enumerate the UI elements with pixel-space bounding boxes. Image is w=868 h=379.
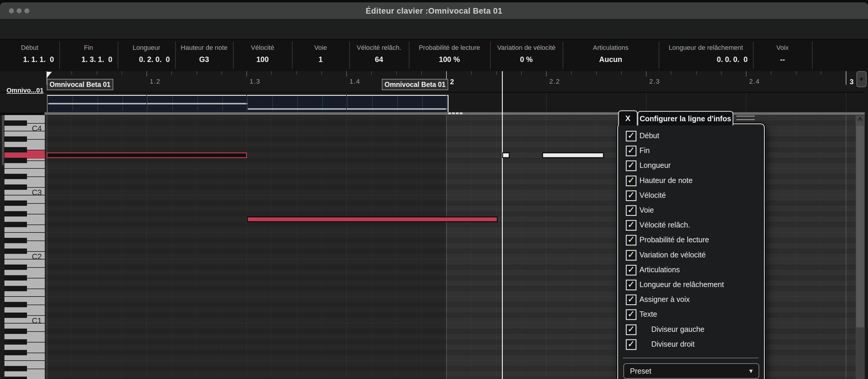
ruler-tick — [721, 71, 721, 75]
preset-dropdown[interactable]: Preset ▼ — [623, 363, 759, 379]
part-overview[interactable] — [46, 95, 448, 113]
popup-handle-line — [736, 119, 755, 120]
splitter-dots[interactable] — [456, 112, 459, 114]
info-field-value[interactable]: 1 — [292, 55, 349, 64]
bar-line — [846, 115, 846, 379]
key-separator — [4, 168, 45, 169]
key-separator — [27, 139, 45, 140]
ruler-label: 2.3 — [649, 78, 660, 85]
info-field-value[interactable]: 0. 2. 0. 0 — [118, 55, 170, 64]
overview-beat-line — [646, 92, 647, 113]
black-key[interactable] — [4, 147, 27, 152]
black-key[interactable] — [4, 238, 27, 243]
black-key[interactable] — [4, 328, 27, 334]
info-field-value[interactable]: 100 — [233, 55, 292, 64]
track-name[interactable]: Omnivo...01 — [6, 87, 43, 94]
checkbox-diviseur-droit[interactable]: ✓ — [626, 339, 637, 350]
checkbox-hauteur-de-note[interactable]: ✓ — [626, 176, 637, 186]
black-key[interactable] — [4, 265, 27, 270]
note-g3-selected[interactable] — [46, 152, 247, 158]
ruler-tick — [696, 71, 696, 75]
black-key[interactable] — [4, 174, 27, 179]
popup-close-button[interactable]: X — [618, 110, 638, 125]
info-field-value[interactable]: Aucun — [563, 55, 659, 64]
checkbox-texte[interactable]: ✓ — [626, 309, 637, 320]
info-field-value[interactable]: 1. 1. 1. 0 — [0, 55, 54, 64]
black-key[interactable] — [4, 313, 27, 318]
black-key[interactable] — [4, 249, 27, 254]
black-key[interactable] — [4, 350, 27, 355]
splitter-dots[interactable] — [448, 112, 451, 114]
checkbox-longueur[interactable]: ✓ — [626, 161, 637, 171]
checkbox-articulations[interactable]: ✓ — [626, 265, 637, 275]
black-key[interactable] — [4, 222, 27, 227]
checkbox-probabilit-de-lecture[interactable]: ✓ — [626, 235, 637, 245]
part-name-label[interactable]: Omnivocal Beta 01 — [47, 79, 113, 90]
window-title: Éditeur clavier :Omnivocal Beta 01 — [0, 6, 868, 16]
bar-line — [446, 115, 447, 379]
key-separator — [27, 369, 45, 369]
info-field-value[interactable]: -- — [753, 55, 812, 64]
black-key[interactable] — [4, 286, 27, 291]
selected-key-highlight-right — [27, 150, 45, 159]
ruler-tick — [571, 71, 571, 75]
splitter-dots[interactable] — [460, 112, 462, 114]
ruler-options-button[interactable]: ▼ — [857, 71, 867, 87]
checkbox-diviseur-gauche[interactable]: ✓ — [626, 324, 637, 335]
key-separator — [27, 150, 45, 150]
piano-keyboard[interactable]: C4C3C2C1 — [4, 115, 45, 379]
black-key[interactable] — [4, 339, 27, 345]
ruler-tick — [321, 71, 322, 75]
info-field-value[interactable]: 0 % — [490, 55, 563, 64]
checkbox-label: Texte — [640, 310, 657, 319]
checkbox-assigner-voix[interactable]: ✓ — [626, 294, 637, 305]
note-g3-short[interactable] — [502, 152, 509, 158]
octave-key-label: C2 — [30, 252, 43, 261]
grid-line — [521, 115, 522, 379]
checkbox-label: Diviseur droit — [651, 340, 694, 348]
scroll-up-icon[interactable]: ^ — [856, 116, 865, 126]
checkbox-label: Diviseur gauche — [651, 325, 704, 333]
black-key[interactable] — [4, 366, 27, 371]
black-key[interactable] — [4, 275, 27, 281]
black-key[interactable] — [4, 120, 27, 126]
checkbox-voie[interactable]: ✓ — [626, 205, 637, 216]
title-bar[interactable]: Éditeur clavier :Omnivocal Beta 01 — [0, 2, 868, 19]
playhead-cursor[interactable] — [502, 71, 503, 379]
key-separator — [27, 161, 45, 161]
ruler-tick — [821, 71, 822, 75]
black-key[interactable] — [4, 211, 27, 216]
octave-key-label: C1 — [30, 316, 43, 325]
info-field-label: Articulations — [563, 44, 659, 52]
checkbox-label: Voie — [640, 206, 654, 214]
black-key[interactable] — [4, 377, 27, 379]
black-key[interactable] — [4, 201, 27, 206]
info-field-value[interactable]: G3 — [175, 55, 233, 64]
checkbox-v-locit-[interactable]: ✓ — [626, 191, 637, 201]
keyboard-zoom-strip[interactable] — [2, 115, 4, 166]
ruler-tick — [771, 71, 771, 75]
checkbox-variation-de-v-locit-[interactable]: ✓ — [626, 250, 637, 261]
black-key[interactable] — [4, 184, 27, 190]
checkbox-d-but[interactable]: ✓ — [626, 131, 637, 142]
checkbox-label: Vélocité — [640, 191, 666, 200]
note-g2[interactable] — [247, 216, 498, 222]
ruler-tick — [646, 71, 647, 77]
checkbox-longueur-de-rel-chement[interactable]: ✓ — [626, 280, 637, 290]
black-key[interactable] — [4, 137, 27, 142]
info-field-value[interactable]: 100 % — [409, 55, 490, 64]
black-key[interactable] — [4, 302, 27, 307]
ruler-tick — [196, 71, 197, 75]
part-name-label[interactable]: Omnivocal Beta 01 — [382, 79, 448, 90]
info-field-value[interactable]: 64 — [349, 55, 409, 64]
checkbox-v-locit-rel-ch-[interactable]: ✓ — [626, 220, 637, 231]
ruler-label: 3 — [849, 78, 854, 86]
vertical-scrollbar-thumb[interactable] — [856, 126, 864, 327]
note-g3-long[interactable] — [542, 152, 604, 158]
splitter-dots[interactable] — [452, 112, 455, 114]
black-key[interactable] — [4, 158, 27, 163]
checkbox-fin[interactable]: ✓ — [626, 146, 637, 156]
info-field-value[interactable]: 0. 0. 0. 0 — [659, 55, 748, 64]
ruler[interactable]: 1.21.31.422.22.32.43Omnivocal Beta 01Omn… — [0, 71, 868, 92]
info-field-value[interactable]: 1. 3. 1. 0 — [59, 55, 112, 64]
